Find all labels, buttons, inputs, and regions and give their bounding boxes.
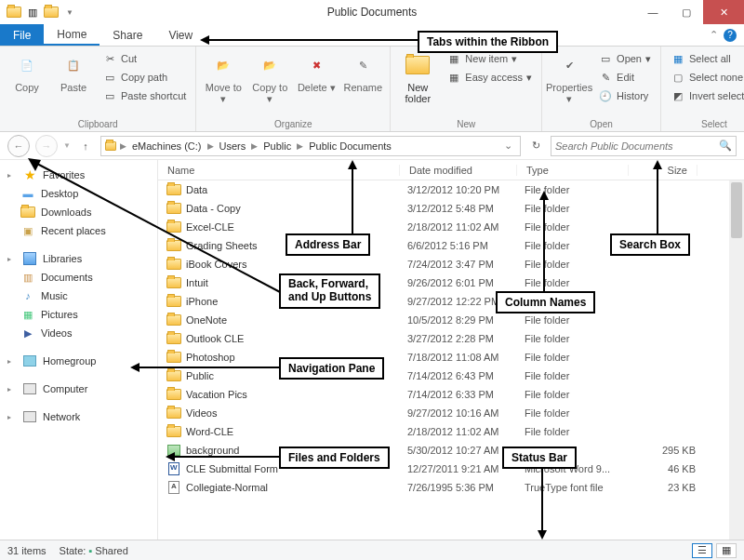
paste-icon: 📋 — [59, 50, 88, 80]
vertical-scrollbar[interactable] — [729, 180, 744, 540]
breadcrumb-segment[interactable]: Users — [218, 140, 248, 152]
icons-view-button[interactable]: ▦ — [716, 543, 737, 558]
file-date: 7/24/2012 3:47 PM — [407, 259, 525, 270]
file-row[interactable]: Collegiate-Normal7/26/1995 5:36 PMTrueTy… — [158, 478, 744, 497]
file-size: 295 KB — [636, 445, 705, 456]
paste-shortcut-button[interactable]: ▭Paste shortcut — [99, 87, 190, 104]
search-box[interactable]: 🔍 — [551, 136, 737, 156]
breadcrumb-sep[interactable]: ▶ — [249, 141, 259, 151]
recent-locations-dropdown[interactable]: ▼ — [63, 141, 71, 150]
easy-access-button[interactable]: ▦Easy access ▾ — [443, 69, 536, 86]
annotation-tabs: Tabs within the Ribbon — [418, 31, 558, 53]
file-date: 7/26/1995 5:36 PM — [407, 482, 525, 493]
move-to-button[interactable]: 📂Move to ▾ — [202, 50, 245, 104]
help-icon[interactable]: ? — [724, 29, 737, 42]
file-date: 3/27/2012 2:28 PM — [407, 333, 525, 344]
scrollbar-thumb[interactable] — [731, 182, 742, 238]
paste-button[interactable]: 📋Paste — [52, 50, 95, 93]
properties-button[interactable]: ✔Properties ▾ — [548, 50, 591, 104]
pictures-icon: ▦ — [20, 307, 35, 322]
breadcrumb-sep[interactable]: ▶ — [118, 141, 128, 151]
quick-access-toolbar: ▥ ▼ — [0, 4, 78, 20]
paste-shortcut-icon: ▭ — [102, 88, 117, 103]
open-button[interactable]: ▭Open ▾ — [594, 50, 655, 67]
up-button[interactable]: ↑ — [76, 137, 95, 155]
nav-computer[interactable]: ▸Computer — [0, 380, 157, 398]
breadcrumb-sep[interactable]: ▶ — [295, 141, 305, 151]
annotation-address: Address Bar — [286, 233, 370, 256]
file-name: Collegiate-Normal — [182, 482, 407, 493]
rename-icon: ✎ — [348, 50, 378, 80]
move-to-icon: 📂 — [208, 50, 238, 80]
rename-button[interactable]: ✎Rename — [341, 50, 384, 93]
maximize-button[interactable]: ▢ — [670, 0, 703, 24]
breadcrumb-sep[interactable]: ▶ — [206, 141, 216, 151]
select-none-button[interactable]: ▢Select none — [667, 69, 744, 86]
breadcrumb-segment[interactable]: Public Documents — [307, 140, 393, 152]
app-icon[interactable] — [6, 4, 22, 20]
file-row[interactable]: Outlook CLE3/27/2012 2:28 PMFile folder — [158, 329, 744, 348]
file-date: 3/12/2012 10:20 PM — [407, 184, 525, 195]
copy-to-button[interactable]: 📂Copy to ▾ — [248, 50, 291, 104]
location-icon — [105, 141, 116, 151]
ribbon-group-select: ▦Select all ▢Select none ◩Invert selecti… — [661, 47, 744, 131]
annotation-columns: Column Names — [496, 291, 595, 313]
details-view-button[interactable]: ☰ — [692, 543, 712, 558]
refresh-button[interactable]: ↻ — [526, 137, 545, 155]
delete-button[interactable]: ✖Delete ▾ — [295, 50, 338, 93]
qat-dropdown-icon[interactable]: ▼ — [61, 4, 78, 20]
new-folder-button[interactable]: New folder — [396, 50, 439, 104]
address-bar[interactable]: ▶ eMachines (C:) ▶ Users ▶ Public ▶ Publ… — [100, 136, 521, 156]
file-date: 3/12/2012 5:48 PM — [407, 203, 525, 214]
videos-icon: ▶ — [20, 326, 35, 340]
file-date: 7/14/2012 6:43 PM — [407, 370, 525, 381]
file-row[interactable]: OneNote10/5/2012 8:29 PMFile folder — [158, 311, 744, 329]
file-row[interactable]: Videos9/27/2012 10:16 AMFile folder — [158, 404, 744, 422]
delete-icon: ✖ — [301, 50, 331, 80]
address-dropdown-icon[interactable]: ⌄ — [500, 140, 516, 152]
select-all-icon: ▦ — [671, 51, 685, 66]
minimize-button[interactable]: — — [636, 0, 670, 24]
expand-icon[interactable]: ▸ — [7, 255, 17, 263]
new-folder-icon — [403, 50, 432, 80]
qat-new-folder-icon[interactable] — [43, 4, 60, 20]
search-icon[interactable]: 🔍 — [719, 140, 732, 152]
file-name: Outlook CLE — [182, 333, 407, 344]
tab-share[interactable]: Share — [100, 24, 155, 46]
tab-home[interactable]: Home — [44, 24, 100, 46]
breadcrumb-segment[interactable]: eMachines (C:) — [130, 140, 204, 152]
select-all-button[interactable]: ▦Select all — [667, 50, 744, 67]
minimize-ribbon-icon[interactable]: ⌃ — [710, 29, 718, 41]
column-date[interactable]: Date modified — [400, 165, 517, 176]
cut-button[interactable]: ✂Cut — [99, 50, 190, 67]
nav-videos[interactable]: ▶Videos — [0, 324, 157, 342]
file-row[interactable]: Word-CLE2/18/2012 11:02 AMFile folder — [158, 422, 744, 441]
history-button[interactable]: 🕘History — [594, 87, 655, 104]
copy-path-button[interactable]: ▭Copy path — [99, 69, 190, 86]
copy-icon: 📄 — [12, 50, 42, 80]
back-button[interactable]: ← — [7, 135, 30, 157]
expand-icon[interactable]: ▸ — [7, 171, 17, 180]
copy-button[interactable]: 📄Copy — [6, 50, 48, 93]
file-icon — [166, 331, 182, 346]
breadcrumb-segment[interactable]: Public — [261, 140, 293, 152]
file-type: File folder — [525, 352, 636, 363]
tab-file[interactable]: File — [0, 24, 44, 46]
expand-icon[interactable]: ▸ — [7, 357, 17, 366]
close-button[interactable]: ✕ — [703, 0, 744, 24]
file-row[interactable]: Vacation Pics7/14/2012 6:33 PMFile folde… — [158, 385, 744, 404]
svg-line-6 — [37, 164, 282, 293]
annotation-status: Status Bar — [502, 447, 577, 469]
qat-properties-icon[interactable]: ▥ — [24, 4, 41, 20]
search-input[interactable] — [555, 140, 719, 152]
nav-pictures[interactable]: ▦Pictures — [0, 305, 157, 324]
expand-icon[interactable]: ▸ — [7, 385, 17, 393]
nav-network[interactable]: ▸Network — [0, 407, 157, 426]
forward-button[interactable]: → — [35, 135, 58, 157]
file-icon — [166, 406, 182, 420]
invert-selection-button[interactable]: ◩Invert selection — [667, 87, 744, 104]
tab-view[interactable]: View — [155, 24, 206, 46]
edit-button[interactable]: ✎Edit — [594, 69, 655, 86]
expand-icon[interactable]: ▸ — [7, 413, 17, 421]
column-type[interactable]: Type — [517, 165, 629, 176]
